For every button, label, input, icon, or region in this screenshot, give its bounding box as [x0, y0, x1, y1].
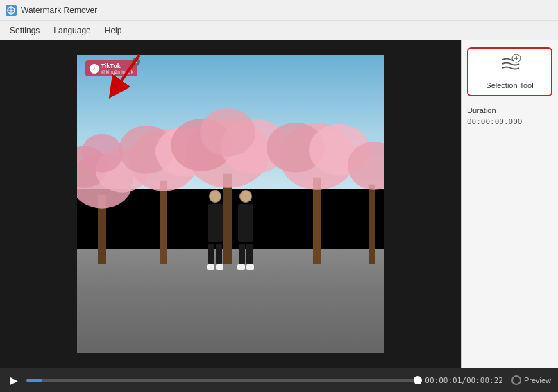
right-panel: Selection Tool Duration 00:00:00.000 [461, 40, 558, 368]
menu-settings[interactable]: Settings [3, 23, 46, 38]
current-time: 00:00:01 [425, 376, 462, 385]
preview-button[interactable]: Preview [512, 375, 551, 385]
menu-language[interactable]: Language [46, 23, 97, 38]
duration-section: Duration 00:00:00.000 [467, 103, 552, 129]
tree-layer [77, 70, 384, 264]
total-time: 00:00:22 [466, 376, 503, 385]
duration-value: 00:00:00.000 [467, 117, 552, 126]
selection-tool-icon [500, 54, 521, 78]
title-bar: Watermark Remover [0, 0, 558, 21]
bottom-controls: ▶ 00:00:01/00:00:22 Preview [0, 368, 558, 392]
svg-point-7 [81, 133, 123, 172]
svg-rect-8 [160, 180, 167, 264]
time-separator: / [462, 376, 466, 385]
selection-tool-button[interactable]: Selection Tool [467, 47, 552, 96]
progress-knob[interactable] [414, 376, 422, 384]
watermark-overlay: ♪ TikTok @king2min_uk ✕ [85, 60, 137, 76]
menu-help[interactable]: Help [98, 23, 129, 38]
watermark-close-button[interactable]: ✕ [132, 58, 140, 66]
svg-rect-17 [313, 177, 321, 264]
duration-label: Duration [467, 106, 552, 114]
watermark-brand: TikTok [101, 62, 133, 69]
progress-fill [26, 379, 42, 382]
video-container: ♪ TikTok @king2min_uk ✕ [77, 55, 384, 353]
main-layout: ♪ TikTok @king2min_uk ✕ [0, 40, 558, 368]
app-icon [6, 5, 17, 16]
preview-circle-icon [512, 375, 521, 385]
progress-bar[interactable] [26, 379, 419, 382]
time-display: 00:00:01/00:00:22 [425, 376, 503, 385]
tiktok-icon: ♪ [90, 64, 99, 74]
watermark-user: @king2min_uk [101, 69, 133, 74]
play-button[interactable]: ▶ [7, 375, 21, 386]
svg-rect-21 [369, 184, 375, 264]
app-title: Watermark Remover [21, 6, 97, 15]
video-area: ♪ TikTok @king2min_uk ✕ [0, 40, 461, 368]
menu-bar: Settings Language Help [0, 21, 558, 40]
figure-feet-1 [207, 264, 223, 270]
preview-label: Preview [524, 376, 551, 384]
svg-point-16 [200, 108, 255, 156]
figure-feet-2 [237, 264, 254, 270]
selection-tool-label: Selection Tool [486, 81, 533, 90]
